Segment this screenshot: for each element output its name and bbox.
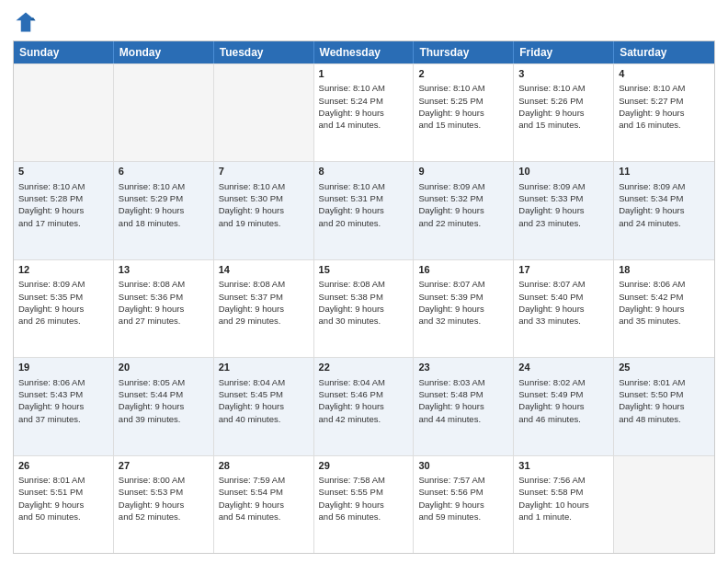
day-info: Daylight: 9 hours [619,204,710,216]
day-number: 28 [219,459,309,473]
day-info: Daylight: 9 hours [119,499,209,511]
calendar-row: 5Sunrise: 8:10 AMSunset: 5:28 PMDaylight… [14,161,714,259]
day-info: and 19 minutes. [219,217,309,229]
day-number: 20 [119,361,209,374]
day-number: 26 [18,459,108,473]
day-info: and 40 minutes. [219,413,309,425]
calendar-cell [614,456,714,553]
day-info: Sunrise: 8:10 AM [418,82,508,94]
day-info: Sunset: 5:50 PM [619,388,710,400]
calendar-cell: 20Sunrise: 8:05 AMSunset: 5:44 PMDayligh… [114,358,214,454]
day-number: 3 [518,67,609,81]
day-info: Daylight: 9 hours [219,499,309,511]
day-info: Daylight: 9 hours [319,204,409,216]
day-info: Daylight: 9 hours [219,303,309,315]
day-number: 9 [418,165,508,178]
calendar-cell: 22Sunrise: 8:04 AMSunset: 5:46 PMDayligh… [314,358,415,454]
day-number: 6 [119,165,209,178]
day-info: Sunset: 5:34 PM [619,192,710,204]
calendar-cell: 4Sunrise: 8:10 AMSunset: 5:27 PMDaylight… [614,64,714,161]
calendar-cell: 13Sunrise: 8:08 AMSunset: 5:36 PMDayligh… [114,260,214,357]
day-info: Daylight: 9 hours [418,204,508,216]
day-info: and 42 minutes. [319,413,409,425]
day-info: Sunset: 5:56 PM [418,486,508,498]
day-info: Sunrise: 7:58 AM [319,474,409,486]
day-info: Sunrise: 8:00 AM [119,474,209,486]
day-info: and 16 minutes. [619,119,710,131]
day-info: Sunrise: 8:04 AM [319,376,409,388]
calendar-cell: 29Sunrise: 7:58 AMSunset: 5:55 PMDayligh… [314,456,415,553]
header [13,9,715,35]
day-info: and 27 minutes. [119,315,209,327]
day-number: 7 [219,165,309,178]
day-info: and 29 minutes. [219,315,309,327]
day-info: Sunset: 5:30 PM [219,192,309,204]
calendar-cell: 6Sunrise: 8:10 AMSunset: 5:29 PMDaylight… [114,162,214,259]
day-info: and 22 minutes. [418,217,508,229]
day-info: Sunset: 5:40 PM [518,291,609,303]
day-info: and 30 minutes. [319,315,409,327]
day-info: Sunrise: 8:09 AM [18,278,108,290]
day-info: and 18 minutes. [119,217,209,229]
day-info: Daylight: 9 hours [18,400,108,412]
day-info: Sunrise: 8:04 AM [219,376,309,388]
day-info: Sunrise: 8:10 AM [319,82,409,94]
calendar-cell: 25Sunrise: 8:01 AMSunset: 5:50 PMDayligh… [614,358,714,454]
logo-icon [13,9,39,35]
day-number: 30 [418,459,508,473]
weekday-header: Saturday [614,41,714,63]
day-info: and 35 minutes. [619,315,710,327]
weekday-header: Tuesday [214,41,314,63]
day-info: Sunrise: 8:06 AM [18,376,108,388]
day-info: Daylight: 9 hours [619,400,710,412]
day-info: Sunrise: 7:59 AM [219,474,309,486]
calendar-cell: 26Sunrise: 8:01 AMSunset: 5:51 PMDayligh… [14,456,114,553]
calendar-cell: 10Sunrise: 8:09 AMSunset: 5:33 PMDayligh… [514,162,614,259]
calendar-cell: 28Sunrise: 7:59 AMSunset: 5:54 PMDayligh… [214,456,314,553]
calendar: SundayMondayTuesdayWednesdayThursdayFrid… [13,40,715,554]
day-number: 27 [119,459,209,473]
day-info: and 20 minutes. [319,217,409,229]
calendar-cell: 16Sunrise: 8:07 AMSunset: 5:39 PMDayligh… [414,260,514,357]
day-info: Sunset: 5:51 PM [18,486,108,498]
day-info: Sunset: 5:36 PM [119,291,209,303]
day-number: 31 [518,459,609,473]
day-info: and 56 minutes. [319,511,409,523]
day-info: Daylight: 9 hours [518,303,609,315]
calendar-cell: 24Sunrise: 8:02 AMSunset: 5:49 PMDayligh… [514,358,614,454]
day-info: Sunrise: 8:02 AM [518,376,609,388]
day-info: Sunset: 5:38 PM [319,291,409,303]
day-info: Daylight: 9 hours [418,400,508,412]
day-info: Sunset: 5:48 PM [418,388,508,400]
day-info: Daylight: 9 hours [319,499,409,511]
day-info: Sunset: 5:44 PM [119,388,209,400]
day-info: Sunrise: 8:08 AM [219,278,309,290]
day-info: Sunrise: 8:09 AM [518,180,609,192]
day-info: Daylight: 9 hours [219,204,309,216]
day-number: 21 [219,361,309,374]
day-info: Sunrise: 8:01 AM [619,376,710,388]
calendar-cell: 21Sunrise: 8:04 AMSunset: 5:45 PMDayligh… [214,358,314,454]
day-number: 18 [619,263,710,277]
day-info: Daylight: 9 hours [319,303,409,315]
day-info: Daylight: 9 hours [119,303,209,315]
day-number: 13 [119,263,209,277]
day-info: Sunset: 5:42 PM [619,291,710,303]
day-info: Daylight: 9 hours [418,499,508,511]
day-info: Daylight: 9 hours [418,303,508,315]
day-info: Daylight: 9 hours [518,107,609,119]
weekday-header: Wednesday [314,41,415,63]
day-number: 25 [619,361,710,374]
calendar-cell: 3Sunrise: 8:10 AMSunset: 5:26 PMDaylight… [514,64,614,161]
calendar-cell: 5Sunrise: 8:10 AMSunset: 5:28 PMDaylight… [14,162,114,259]
day-info: Sunset: 5:49 PM [518,388,609,400]
day-number: 22 [319,361,409,374]
day-info: Daylight: 9 hours [518,400,609,412]
day-info: and 17 minutes. [18,217,108,229]
day-info: Sunset: 5:28 PM [18,192,108,204]
day-info: Sunset: 5:26 PM [518,95,609,107]
day-info: and 15 minutes. [418,119,508,131]
calendar-cell: 15Sunrise: 8:08 AMSunset: 5:38 PMDayligh… [314,260,415,357]
weekday-header: Monday [114,41,214,63]
day-info: Daylight: 9 hours [418,107,508,119]
